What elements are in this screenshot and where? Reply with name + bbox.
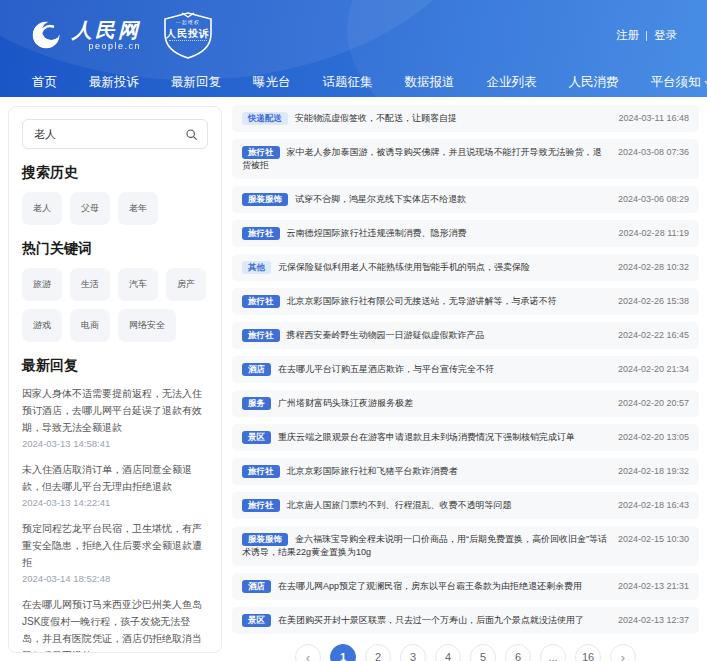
table-row[interactable]: 2024-02-20 13:05景区重庆云端之眼观景台在游客申请退款且未到场消费… [232,424,699,451]
nav-item-2[interactable]: 最新投诉 [73,74,155,91]
nav-item-6[interactable]: 数据报道 [389,74,471,91]
table-row[interactable]: 2024-02-26 15:38旅行社北京京彩国际旅行社有限公司无接送站，无导游… [232,288,699,315]
row-title: 元保保险疑似利用老人不能熟练使用智能手机的弱点，强卖保险 [278,262,530,272]
row-date: 2024-02-18 16:43 [618,499,689,512]
reply-item[interactable]: 预定同程艺龙平台民宿，卫生堪忧，有严重安全隐患，拒绝入住后要求全额退款遭拒202… [22,520,208,586]
nav-item-8[interactable]: 人民消费 [553,74,635,91]
row-date: 2024-02-13 21:31 [618,580,689,593]
row-date: 2024-02-20 20:57 [618,397,689,410]
hot-keyword-tag[interactable]: 网络安全 [118,309,176,342]
row-date: 2024-02-28 10:32 [618,261,689,274]
table-row[interactable]: 2024-02-18 19:32旅行社北京京彩国际旅行社和飞猪平台欺诈消费者 [232,458,699,485]
category-badge: 其他 [242,261,271,274]
page-button-16[interactable]: 16 [575,644,601,661]
hot-keyword-tag[interactable]: 旅游 [22,268,62,301]
row-title: 在美团购买开封十景区联票，只去过一个万寿山，后面九个景点就没法使用了 [278,615,584,625]
table-row[interactable]: 2024-02-13 12:37景区在美团购买开封十景区联票，只去过一个万寿山，… [232,607,699,634]
nav-item-label: 最新投诉 [89,74,139,91]
people-complaint-shield-badge: 一起维权 人民投诉 [159,10,217,60]
nav-item-1[interactable]: 首页 [16,74,73,91]
table-row[interactable]: 2024-03-08 07:36旅行社家中老人参加泰国游，被诱导购买佛牌，并且说… [232,139,699,179]
category-badge: 旅行社 [242,329,280,342]
reply-item[interactable]: 未入住酒店取消订单，酒店同意全额退款，但去哪儿平台无理由拒绝退款2024-03-… [22,461,208,510]
category-badge: 景区 [242,431,271,444]
main-nav: 首页最新投诉最新回复曝光台话题征集数据报道企业列表人民消费平台须知 [0,66,707,97]
table-row[interactable]: 2024-02-28 10:32其他元保保险疑似利用老人不能熟练使用智能手机的弱… [232,254,699,281]
latest-replies-list: 因家人身体不适需要提前返程，无法入住预订酒店，去哪儿网平台延误了退款有效期，导致… [22,385,208,653]
login-link[interactable]: 登录 [654,28,677,43]
hot-keyword-tag[interactable]: 汽车 [118,268,158,301]
row-title: 家中老人参加泰国游，被诱导购买佛牌，并且说现场不能打开导致无法验货，退货被拒 [242,147,602,170]
hot-keyword-tag[interactable]: 房产 [166,268,206,301]
category-badge: 旅行社 [242,465,280,478]
pagination: ‹123456...16› [232,644,699,661]
register-link[interactable]: 注册 [616,28,639,43]
page-button-5[interactable]: 5 [470,644,496,661]
shield-main-text: 人民投诉 [159,27,217,41]
row-title: 重庆云端之眼观景台在游客申请退款且未到场消费情况下强制核销完成订单 [278,432,575,442]
hot-keyword-tag[interactable]: 电商 [70,309,110,342]
category-badge: 快递配送 [242,112,288,125]
row-date: 2024-02-26 15:38 [618,295,689,308]
search-history-tag[interactable]: 父母 [70,192,110,225]
search-history-tag[interactable]: 老年 [118,192,158,225]
hot-keyword-tag[interactable]: 生活 [70,268,110,301]
table-row[interactable]: 2024-02-15 10:30服装服饰金六福珠宝导购全程未说明一口价商品，用“… [232,526,699,566]
row-title: 广州塔财富码头珠江夜游服务极差 [278,398,413,408]
table-row[interactable]: 2024-03-06 08:29服装服饰试穿不合脚，鸿星尔克线下实体店不给退款 [232,186,699,213]
row-title: 北京唐人国旅门票约不到、行程混乱、收费不透明等问题 [287,500,512,510]
row-date: 2024-02-20 21:34 [618,363,689,376]
category-badge: 服装服饰 [242,533,288,546]
page-button-1[interactable]: 1 [330,644,356,661]
nav-item-7[interactable]: 企业列表 [471,74,553,91]
table-row[interactable]: 2024-02-13 21:31酒店在去哪儿网App预定了观澜民宿，房东以平台霸… [232,573,699,600]
reply-item[interactable]: 在去哪儿网预订马来西亚沙巴州美人鱼岛JSK度假村一晚行程，孩子发烧无法登岛，并且… [22,596,208,653]
auth-links: 注册 | 登录 [616,28,677,43]
category-badge: 旅行社 [242,227,280,240]
page-button-6[interactable]: 6 [505,644,531,661]
reply-date: 2024-03-13 14:22:41 [22,496,208,510]
table-row[interactable]: 2024-02-18 16:43旅行社北京唐人国旅门票约不到、行程混乱、收费不透… [232,492,699,519]
page-button-2[interactable]: 2 [365,644,391,661]
table-row[interactable]: 2024-02-20 20:57服务广州塔财富码头珠江夜游服务极差 [232,390,699,417]
search-input[interactable] [32,127,185,141]
nav-item-label: 企业列表 [487,74,537,91]
row-date: 2024-02-22 16:45 [618,329,689,342]
page-button-4[interactable]: 4 [435,644,461,661]
hot-keyword-tag[interactable]: 游戏 [22,309,62,342]
category-badge: 旅行社 [242,146,280,159]
table-row[interactable]: 2024-02-20 21:34酒店在去哪儿平台订购五星酒店欺诈，与平台宣传完全… [232,356,699,383]
table-row[interactable]: 2024-03-11 16:48快递配送安能物流虚假签收，不配送，让顾客自提 [232,105,699,132]
search-history-tag[interactable]: 老人 [22,192,62,225]
search-history-title: 搜索历史 [22,164,208,182]
row-title: 在去哪儿平台订购五星酒店欺诈，与平台宣传完全不符 [278,364,494,374]
row-title: 北京京彩国际旅行社和飞猪平台欺诈消费者 [287,466,458,476]
row-title: 北京京彩国际旅行社有限公司无接送站，无导游讲解等，与承诺不符 [287,296,557,306]
reply-text: 因家人身体不适需要提前返程，无法入住预订酒店，去哪儿网平台延误了退款有效期，导致… [22,385,208,436]
table-row[interactable]: 2024-02-22 16:45旅行社携程西安秦岭野生动物园一日游疑似虚假欺诈产… [232,322,699,349]
nav-item-3[interactable]: 最新回复 [155,74,237,91]
complaint-rows: 2024-03-11 16:48快递配送安能物流虚假签收，不配送，让顾客自提20… [232,105,699,634]
nav-item-5[interactable]: 话题征集 [307,74,389,91]
header-top: 人民网 people.cn 一起维权 人民投诉 注册 | 登录 [0,0,707,66]
nav-item-label: 话题征集 [323,74,373,91]
page-button-3[interactable]: 3 [400,644,426,661]
header: 人民网 people.cn 一起维权 人民投诉 注册 | 登录 首页最新投诉最新… [0,0,707,97]
logo-title: 人民网 [72,20,141,40]
table-row[interactable]: 2024-02-28 11:19旅行社云南德煌国际旅行社违规强制消费、隐形消费 [232,220,699,247]
reply-text: 未入住酒店取消订单，酒店同意全额退款，但去哪儿平台无理由拒绝退款 [22,461,208,495]
page-next-button[interactable]: › [610,644,636,661]
reply-date: 2024-03-13 14:58:41 [22,437,208,451]
nav-item-4[interactable]: 曝光台 [237,74,307,91]
nav-item-label: 数据报道 [405,74,455,91]
reply-item[interactable]: 因家人身体不适需要提前返程，无法入住预订酒店，去哪儿网平台延误了退款有效期，导致… [22,385,208,451]
people-cn-logo[interactable]: 人民网 people.cn [30,18,141,52]
page-prev-button[interactable]: ‹ [295,644,321,661]
search-icon[interactable] [185,128,198,141]
nav-item-9[interactable]: 平台须知 [635,74,707,91]
category-badge: 旅行社 [242,499,280,512]
row-date: 2024-03-11 16:48 [619,112,689,125]
category-badge: 景区 [242,614,271,627]
sidebar: 搜索历史 老人父母老年 热门关键词 旅游生活汽车房产游戏电商网络安全 最新回复 … [8,106,222,653]
nav-item-label: 首页 [32,74,57,91]
